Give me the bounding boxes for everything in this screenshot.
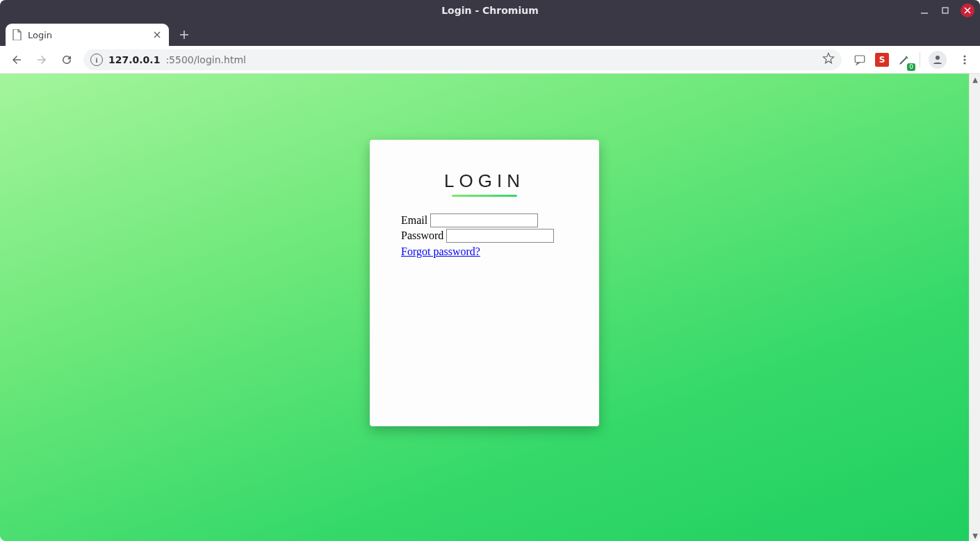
scroll-down-icon[interactable]: ▼ xyxy=(970,530,980,541)
back-button[interactable] xyxy=(6,49,28,71)
browser-viewport: LOGIN Email Password Forgot password? ▲ … xyxy=(0,74,980,541)
extension-red-icon[interactable]: S xyxy=(875,53,889,67)
forward-button[interactable] xyxy=(31,49,53,71)
window-controls xyxy=(919,0,974,20)
svg-point-12 xyxy=(963,62,965,64)
tab-title: Login xyxy=(28,30,52,40)
svg-rect-8 xyxy=(855,56,865,63)
password-label: Password xyxy=(401,229,443,242)
url-host: 127.0.0.1 xyxy=(108,54,160,65)
url-path: :5500/login.html xyxy=(165,54,246,65)
extension-chat-icon[interactable] xyxy=(853,53,867,67)
email-label: Email xyxy=(401,214,427,227)
email-row: Email xyxy=(401,213,568,227)
reload-button[interactable] xyxy=(56,49,78,71)
minimize-button[interactable] xyxy=(919,5,930,16)
tab-strip: Login xyxy=(0,20,980,46)
browser-tab[interactable]: Login xyxy=(6,24,169,46)
login-heading: LOGIN xyxy=(401,170,568,192)
login-card: LOGIN Email Password Forgot password? xyxy=(370,140,599,426)
password-input[interactable] xyxy=(446,229,554,243)
site-info-icon[interactable]: i xyxy=(90,54,103,66)
address-bar[interactable]: i 127.0.0.1:5500/login.html xyxy=(83,49,842,70)
tab-close-icon[interactable] xyxy=(152,30,162,40)
browser-menu-icon[interactable] xyxy=(955,50,974,70)
password-row: Password xyxy=(401,229,568,243)
extensions-area: S xyxy=(847,50,974,70)
forgot-password-link[interactable]: Forgot password? xyxy=(401,245,480,258)
page-content: LOGIN Email Password Forgot password? xyxy=(0,74,969,541)
profile-avatar[interactable] xyxy=(929,51,947,69)
svg-point-9 xyxy=(936,56,940,60)
scroll-up-icon[interactable]: ▲ xyxy=(970,74,980,85)
svg-point-10 xyxy=(963,55,965,57)
window-titlebar: Login - Chromium xyxy=(0,0,980,20)
vertical-scrollbar[interactable]: ▲ ▼ xyxy=(969,74,980,541)
bookmark-star-icon[interactable] xyxy=(822,52,835,67)
browser-toolbar: i 127.0.0.1:5500/login.html S xyxy=(0,46,980,74)
maximize-button[interactable] xyxy=(940,5,951,16)
extension-stylus-icon[interactable] xyxy=(897,53,911,67)
heading-underline xyxy=(452,195,517,197)
close-button[interactable] xyxy=(961,3,974,17)
email-input[interactable] xyxy=(430,213,538,227)
file-icon xyxy=(13,29,22,40)
toolbar-divider xyxy=(920,52,920,67)
svg-point-11 xyxy=(963,58,965,60)
new-tab-button[interactable] xyxy=(174,25,194,45)
svg-rect-1 xyxy=(942,8,948,13)
window-title: Login - Chromium xyxy=(441,5,539,16)
browser-window: Login - Chromium Login xyxy=(0,0,980,541)
